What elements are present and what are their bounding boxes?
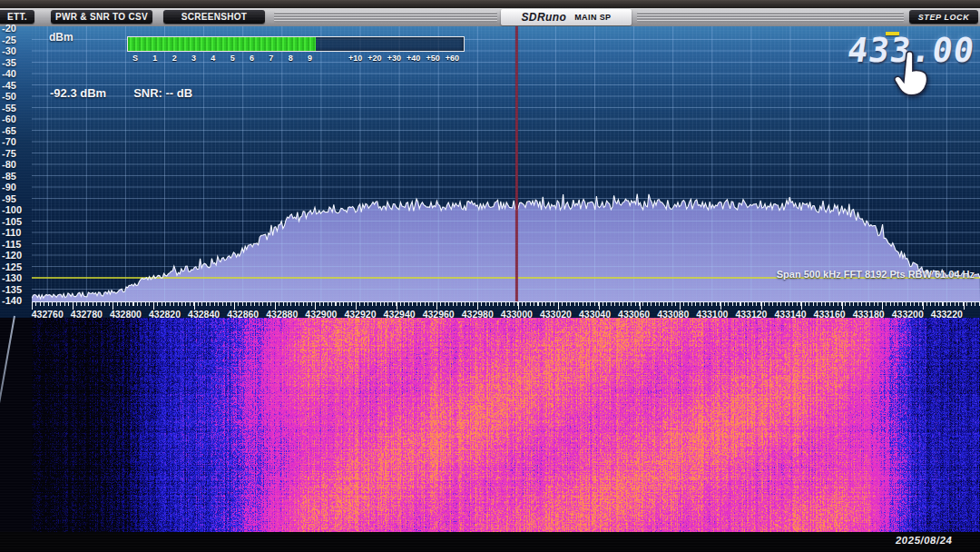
s-meter-scale-label: +40 [407,54,420,63]
dbm-tick-label: -90 [2,182,16,192]
s-meter-scale-label: 7 [269,54,273,63]
s-meter-scale-label: +50 [426,54,439,63]
dbm-tick-label: -30 [2,45,16,56]
s-meter-scale-label: 6 [250,54,254,63]
dbm-tick-label: -80 [2,159,16,170]
dbm-tick-label: -100 [2,204,22,215]
step-lock-button[interactable]: STEP LOCK [909,10,978,24]
power-readout: -92.3 dBm [50,86,106,100]
dbm-tick-label: -120 [2,250,22,261]
titlebar-grip[interactable] [274,12,497,23]
waterfall-display[interactable] [32,318,980,532]
dbm-tick-label: -75 [2,148,16,159]
s-meter-scale-label: 8 [289,54,293,63]
dbm-tick-label: -50 [2,91,16,102]
dbm-tick-label: -135 [2,284,22,295]
s-meter-scale-label: 1 [152,54,157,63]
s-meter-scale-label: 2 [172,54,177,63]
sdruno-logo: SDRuno [521,11,566,24]
s-meter-level [128,37,316,51]
s-meter-scale-label: +10 [348,54,362,63]
s-meter-scale-label: +30 [387,54,401,63]
date-stamp: 2025/08/24 [896,535,954,546]
s-meter-scale-label: +20 [368,54,381,63]
spectrum-panel[interactable]: -20-25-30-35-40-45-50-55-60-65-70-75-80-… [0,26,980,318]
dbm-tick-label: -45 [2,80,16,91]
s-meter-scale-label: 9 [308,54,312,63]
dbm-tick-label: -40 [2,68,16,79]
bottom-bar: 2025/08/24 [0,532,980,552]
dbm-tick-label: -35 [2,57,16,68]
dbm-tick-label: -115 [2,239,21,250]
tuning-step-marker [886,32,899,35]
dbm-unit-label: dBm [49,31,74,44]
snr-readout: SNR: -- dB [133,86,192,100]
app-logo-panel[interactable]: SDRuno MAIN SP [501,9,632,25]
s-meter-plus-scale: +10+20+30+40+50+60 [348,54,459,63]
titlebar[interactable]: ETT. PWR & SNR TO CSV SCREENSHOT SDRuno … [0,8,980,27]
dbm-tick-label: -125 [2,261,22,272]
s-meter-scale: S123456789 [132,54,312,63]
s-meter-bar [127,36,465,52]
s-meter-scale-label: S [132,54,138,63]
dbm-tick-label: -130 [2,272,22,283]
power-readout-row: -92.3 dBm SNR: -- dB [50,86,192,100]
s-meter-scale-label: 4 [211,54,215,63]
dbm-tick-label: -25 [2,34,16,45]
dbm-tick-label: -70 [2,136,16,147]
waterfall-left-gutter [0,318,32,532]
s-meter-scale-label: 5 [230,54,235,63]
span-info-label: Span 500 kHz FFT 8192 Pts RBW 61.04 Hz [777,269,975,280]
hand-cursor-icon [889,51,931,96]
dbm-tick-label: -140 [2,295,22,306]
panel-name-label: MAIN SP [574,13,611,22]
dbm-tick-label: -85 [2,171,16,182]
titlebar-grip[interactable] [637,12,904,23]
pwr-snr-csv-button[interactable]: PWR & SNR TO CSV [51,10,152,24]
dbm-tick-label: -55 [2,103,16,113]
dbm-tick-label: -65 [2,125,16,136]
dbm-tick-label: -60 [2,113,16,124]
frequency-display[interactable]: 433.00 [829,31,975,91]
dbm-tick-label: -20 [2,23,16,34]
dbm-tick-label: -105 [2,216,22,227]
monitor-bezel [0,0,980,8]
dbm-tick-label: -110 [2,227,21,238]
s-meter: S123456789 +10+20+30+40+50+60 [127,36,465,52]
sdruno-main-sp-window: ETT. PWR & SNR TO CSV SCREENSHOT SDRuno … [0,0,980,552]
screenshot-button[interactable]: SCREENSHOT [163,10,265,24]
s-meter-scale-label: 3 [191,54,196,63]
dbm-tick-label: -95 [2,193,16,204]
settings-button[interactable]: ETT. [0,10,34,24]
s-meter-scale-label: +60 [446,54,459,63]
